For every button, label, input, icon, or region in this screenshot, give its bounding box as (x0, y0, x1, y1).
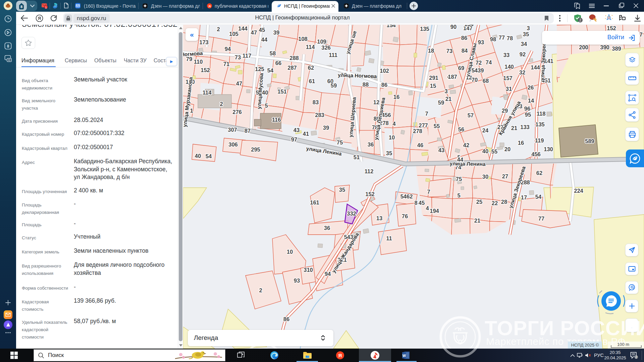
svg-text:35: 35 (523, 31, 529, 37)
svg-text:39: 39 (273, 29, 279, 36)
svg-text:44: 44 (261, 37, 268, 43)
svg-text:93: 93 (478, 39, 484, 45)
svg-text:62: 62 (536, 170, 542, 176)
svg-text:75: 75 (456, 176, 462, 182)
svg-text:90: 90 (450, 25, 457, 30)
svg-text:51: 51 (354, 154, 360, 160)
svg-text:36: 36 (368, 141, 374, 147)
svg-text:58: 58 (270, 50, 276, 56)
svg-text:102: 102 (380, 68, 389, 74)
svg-text:114: 114 (306, 44, 315, 50)
svg-text:95: 95 (525, 112, 531, 118)
svg-text:130: 130 (544, 146, 553, 152)
svg-text:332: 332 (347, 210, 356, 217)
svg-text:5: 5 (457, 192, 460, 198)
svg-text:14: 14 (528, 98, 534, 104)
svg-text:310: 310 (304, 267, 313, 273)
svg-text:173: 173 (199, 39, 209, 45)
svg-text:40: 40 (195, 153, 201, 159)
svg-text:57: 57 (468, 112, 474, 118)
svg-text:135: 135 (420, 26, 429, 32)
svg-text:390: 390 (600, 44, 609, 50)
svg-text:28: 28 (501, 199, 507, 205)
svg-text:73: 73 (446, 48, 452, 54)
svg-text:72: 72 (476, 60, 482, 66)
svg-text:5: 5 (265, 103, 268, 109)
svg-text:200: 200 (579, 44, 588, 50)
svg-text:47: 47 (236, 80, 242, 86)
svg-text:187: 187 (448, 74, 457, 80)
svg-text:10: 10 (389, 134, 395, 140)
svg-text:35: 35 (339, 187, 345, 193)
svg-text:110: 110 (194, 59, 203, 65)
svg-text:45: 45 (259, 27, 265, 33)
svg-text:54: 54 (206, 153, 212, 159)
svg-text:73: 73 (235, 54, 241, 60)
svg-text:26: 26 (528, 84, 534, 90)
svg-text:69: 69 (458, 65, 464, 71)
svg-text:88: 88 (363, 81, 369, 87)
svg-text:33: 33 (503, 52, 509, 58)
svg-text:288: 288 (289, 55, 299, 61)
svg-text:40: 40 (482, 148, 488, 154)
svg-text:4: 4 (426, 205, 429, 211)
svg-text:307: 307 (228, 127, 237, 133)
svg-text:94: 94 (325, 271, 331, 277)
svg-text:61: 61 (309, 78, 315, 84)
svg-text:152: 152 (201, 67, 210, 73)
svg-text:8: 8 (20, 5, 22, 9)
svg-text:16: 16 (518, 140, 524, 146)
svg-text:12: 12 (373, 99, 379, 105)
svg-text:2: 2 (579, 18, 581, 22)
svg-text:2: 2 (220, 101, 223, 107)
svg-text:71: 71 (223, 61, 229, 67)
svg-text:45: 45 (419, 200, 425, 206)
svg-text:27: 27 (502, 173, 508, 179)
svg-text:36: 36 (324, 225, 330, 231)
svg-text:287: 287 (287, 65, 297, 71)
svg-text:144: 144 (531, 64, 540, 70)
svg-text:39: 39 (323, 125, 329, 131)
svg-text:224: 224 (574, 188, 583, 194)
svg-text:25: 25 (476, 199, 482, 205)
svg-text:3: 3 (444, 88, 447, 94)
svg-text:5462: 5462 (400, 193, 413, 199)
svg-text:Я: Я (38, 16, 41, 21)
svg-text:161: 161 (310, 199, 319, 205)
svg-text:30: 30 (482, 174, 488, 180)
svg-text:43: 43 (293, 127, 300, 133)
svg-text:75: 75 (337, 139, 343, 145)
svg-text:56: 56 (458, 126, 464, 132)
svg-text:78: 78 (507, 35, 513, 41)
svg-text:32: 32 (519, 69, 525, 75)
svg-text:291: 291 (429, 75, 438, 81)
svg-text:59: 59 (331, 82, 337, 88)
svg-text:389: 389 (612, 46, 621, 52)
svg-text:W: W (402, 354, 406, 358)
svg-text:54: 54 (535, 194, 542, 200)
svg-text:54: 54 (267, 67, 274, 73)
svg-text:70: 70 (472, 77, 478, 83)
svg-text:278: 278 (413, 128, 422, 134)
svg-text:17: 17 (521, 194, 527, 200)
svg-text:68: 68 (483, 78, 489, 84)
svg-text:3: 3 (527, 25, 530, 31)
svg-text:8: 8 (7, 44, 9, 49)
svg-text:1: 1 (190, 108, 193, 114)
svg-text:21: 21 (474, 218, 480, 224)
svg-text:93: 93 (294, 278, 300, 284)
svg-text:140: 140 (504, 64, 514, 70)
svg-text:21: 21 (445, 96, 451, 102)
svg-text:83: 83 (313, 99, 319, 105)
svg-text:108: 108 (298, 36, 308, 42)
svg-text:157: 157 (503, 75, 513, 81)
svg-text:295: 295 (251, 146, 260, 153)
svg-text:5439: 5439 (472, 67, 484, 73)
svg-text:92: 92 (520, 51, 526, 57)
svg-text:7: 7 (427, 189, 430, 195)
svg-text:1: 1 (45, 6, 47, 9)
svg-text:151: 151 (277, 88, 287, 95)
svg-text:283: 283 (315, 112, 324, 118)
svg-text:77: 77 (499, 35, 505, 41)
svg-text:7: 7 (639, 32, 642, 38)
